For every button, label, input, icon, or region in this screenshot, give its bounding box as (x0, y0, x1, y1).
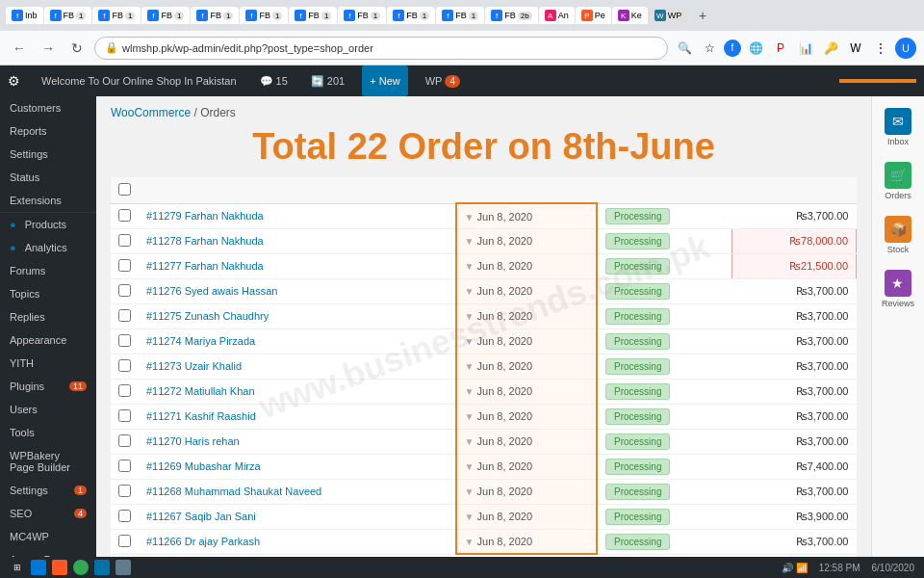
user-avatar[interactable]: U (895, 38, 916, 59)
row-arrow-icon: ▼ (465, 386, 475, 397)
tab-fb6[interactable]: fFB1 (289, 7, 337, 24)
sidebar-item-settings2[interactable]: Settings1 (0, 479, 96, 502)
tab-fb10[interactable]: fFB2b (485, 7, 537, 24)
order-link[interactable]: #11279 Farhan Nakhuda (146, 210, 264, 222)
sidebar-item-mc4wp[interactable]: MC4WP (0, 525, 96, 548)
tab-fb3[interactable]: fFB1 (141, 7, 190, 24)
order-link[interactable]: #11277 Farhan Nakhuda (146, 260, 264, 272)
sidebar-item-extensions[interactable]: Extensions (0, 189, 96, 212)
order-link[interactable]: #11270 Haris rehan (146, 435, 240, 447)
folder-icon[interactable] (116, 560, 131, 575)
app-icon[interactable] (94, 560, 110, 575)
sidebar-item-users[interactable]: Users (0, 398, 96, 421)
order-link[interactable]: #11272 Matiullah Khan (146, 385, 255, 397)
row-checkbox[interactable] (118, 259, 131, 272)
forward-button[interactable]: → (37, 37, 60, 60)
order-link[interactable]: #11271 Kashif Raashid (146, 410, 256, 422)
sidebar-item-status[interactable]: Status (0, 166, 96, 189)
sidebar-item-customers[interactable]: Customers (0, 96, 96, 119)
back-button[interactable]: ← (8, 37, 31, 60)
sidebar-item-appearance[interactable]: Appearance (0, 328, 96, 352)
order-link[interactable]: #11266 Dr ajay Parkash (146, 536, 260, 547)
row-checkbox[interactable] (118, 434, 131, 447)
row-checkbox[interactable] (118, 409, 131, 422)
sidebar-item-topics[interactable]: Topics (0, 282, 96, 305)
tab-ke[interactable]: KKe (612, 7, 648, 24)
new-tab-button[interactable]: + (691, 4, 714, 27)
sidebar-item-tools[interactable]: Tools (0, 421, 96, 444)
sidebar-item-reports[interactable]: Reports (0, 119, 96, 143)
wp-icon-reviews[interactable]: ★ Reviews (878, 266, 918, 312)
sidebar-item-forums[interactable]: Forums (0, 259, 96, 282)
chrome-icon[interactable] (73, 560, 89, 575)
ie-icon[interactable] (31, 560, 46, 575)
order-link[interactable]: #11275 Zunash Chaudhry (146, 310, 269, 322)
sidebar-item-analytics[interactable]: ●Analytics (0, 236, 96, 259)
sidebar-item-plugins[interactable]: Plugins11 (0, 375, 96, 398)
order-link[interactable]: #11269 Mubashar Mirza (146, 460, 261, 472)
tab-fb7[interactable]: fFB1 (338, 7, 386, 24)
reload-button[interactable]: ↻ (65, 37, 89, 60)
sidebar-item-yith[interactable]: YITH (0, 352, 96, 375)
tab-fb8[interactable]: fFB1 (387, 7, 435, 24)
tab-analytics[interactable]: AAn (539, 7, 575, 24)
tab-fb1[interactable]: fFB1 (44, 7, 92, 24)
settings-label: Settings (10, 148, 48, 160)
wp-icon-orders[interactable]: 🛒 Orders (881, 158, 915, 204)
tab-inbox[interactable]: fInb (6, 7, 43, 24)
wp-bar-welcome[interactable]: Welcome To Our Online Shop In Pakistan (36, 66, 243, 96)
sidebar-item-accesspress[interactable]: AccessPress Social Login Lite (0, 548, 96, 557)
tab-fb4[interactable]: fFB1 (191, 7, 239, 24)
wp-logo[interactable]: ⚙ (8, 73, 20, 89)
wp-bar-new[interactable]: + New (362, 66, 408, 96)
tab-fb2[interactable]: fFB1 (92, 7, 141, 24)
plugins-badge: 11 (69, 381, 87, 391)
order-link[interactable]: #11267 Saqib Jan Sani (146, 511, 256, 522)
seo-label: SEO (10, 508, 32, 519)
wp-icon-stock[interactable]: 📦 Stock (881, 212, 915, 258)
sidebar-item-products[interactable]: ●Products (0, 213, 96, 236)
row-checkbox[interactable] (118, 485, 131, 497)
row-checkbox[interactable] (118, 284, 131, 297)
order-link[interactable]: #11274 Mariya Pirzada (146, 335, 255, 347)
settings2-badge: 1 (74, 486, 87, 495)
tab-fb9[interactable]: fFB1 (436, 7, 484, 24)
extension-icon1[interactable]: f (724, 39, 741, 57)
sidebar-item-settings[interactable]: Settings (0, 143, 96, 166)
tab-wp[interactable]: WWP (649, 7, 688, 24)
order-link[interactable]: #11273 Uzair Khalid (146, 360, 242, 372)
address-bar[interactable]: 🔒 wlmshp.pk/wp-admin/edit.php?post_type=… (94, 37, 668, 60)
tab-pe[interactable]: PPe (576, 7, 611, 24)
row-checkbox[interactable] (118, 334, 131, 347)
row-checkbox[interactable] (118, 234, 131, 247)
row-checkbox[interactable] (118, 359, 131, 372)
order-link[interactable]: #11276 Syed awais Hassan (146, 285, 277, 297)
tab-fb5[interactable]: fFB1 (240, 7, 288, 24)
wp-bar-right (839, 79, 916, 83)
more-button[interactable]: ⋮ (870, 38, 891, 59)
row-checkbox[interactable] (118, 460, 131, 472)
row-checkbox[interactable] (118, 384, 131, 397)
wp-icon-inbox[interactable]: ✉ Inbox (881, 104, 915, 150)
select-all-checkbox[interactable] (118, 183, 131, 196)
sidebar-item-seo[interactable]: SEO4 (0, 502, 96, 525)
bookmark-icon[interactable]: ☆ (699, 38, 720, 59)
extension-icon6[interactable]: W (845, 38, 866, 59)
breadcrumb-woocommerce[interactable]: WooCommerce (111, 106, 191, 119)
row-checkbox[interactable] (118, 510, 131, 522)
extension-icon5[interactable]: 🔑 (820, 38, 841, 59)
order-link[interactable]: #11268 Muhammad Shaukat Naveed (146, 486, 321, 497)
search-icon[interactable]: 🔍 (674, 38, 695, 59)
extension-icon3[interactable]: P (770, 38, 791, 59)
row-checkbox[interactable] (118, 309, 131, 322)
start-button[interactable]: ⊞ (10, 560, 25, 575)
sidebar-item-replies[interactable]: Replies (0, 305, 96, 328)
order-link[interactable]: #11278 Farhan Nakhuda (146, 235, 264, 247)
sidebar-item-wpbakery[interactable]: WPBakery Page Builder (0, 444, 96, 479)
extension-icon4[interactable]: 📊 (795, 38, 816, 59)
extension-icon2[interactable]: 🌐 (745, 38, 766, 59)
row-checkbox[interactable] (118, 535, 131, 547)
appearance-label: Appearance (10, 334, 66, 346)
file-explorer-icon[interactable] (52, 560, 67, 575)
row-checkbox[interactable] (118, 209, 131, 222)
